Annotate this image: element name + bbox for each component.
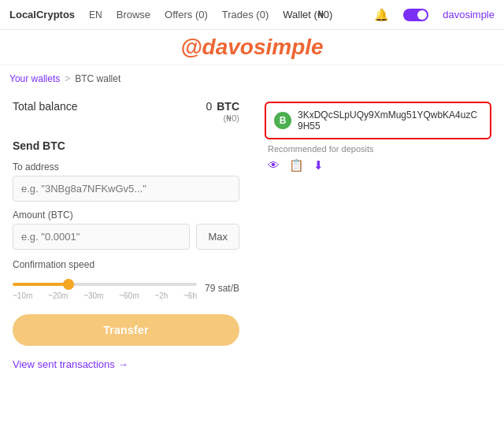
balance-ngn: (₦0) xyxy=(206,113,239,124)
copy-address-icon[interactable]: 📋 xyxy=(289,158,304,172)
balance-currency: BTC xyxy=(217,100,239,113)
address-card: B 3KxDQcSLpUQy9XmMug51YQwbKA4uzC9H55 xyxy=(265,102,491,139)
view-sent-arrow: → xyxy=(118,358,128,370)
download-address-icon[interactable]: ⬇ xyxy=(313,158,324,172)
speed-mark-1: ~10m xyxy=(13,291,32,300)
breadcrumb-parent[interactable]: Your wallets xyxy=(9,73,60,84)
address-value[interactable]: 3KxDQcSLpUQy9XmMug51YQwbKA4uzC9H55 xyxy=(298,109,482,132)
speed-mark-6: ~6h xyxy=(183,291,197,300)
promo-text: @davosimple xyxy=(180,35,323,59)
balance-section: Total balance 0 BTC (₦0) xyxy=(13,100,239,124)
view-sent-link[interactable]: View sent transactions → xyxy=(13,358,239,370)
breadcrumb: Your wallets > BTC wallet xyxy=(0,65,504,89)
nav-brand[interactable]: LocalCryptos xyxy=(9,9,75,20)
amount-input[interactable] xyxy=(13,224,190,250)
nav-trades[interactable]: Trades (0) xyxy=(222,9,269,20)
balance-label: Total balance xyxy=(13,100,78,113)
speed-value: 79 sat/B xyxy=(205,283,239,294)
bell-icon[interactable]: 🔔 xyxy=(374,8,389,22)
amount-label: Amount (BTC) xyxy=(13,210,239,221)
to-address-input[interactable] xyxy=(13,176,239,202)
breadcrumb-current: BTC wallet xyxy=(75,73,120,84)
speed-slider[interactable] xyxy=(13,283,197,286)
nav-offers[interactable]: Offers (0) xyxy=(165,9,208,20)
recommended-label: Recommended for deposits xyxy=(265,144,491,154)
max-button[interactable]: Max xyxy=(196,224,239,250)
transfer-button[interactable]: Transfer xyxy=(13,314,239,346)
promo-banner: @davosimple xyxy=(0,30,504,65)
speed-mark-5: ~2h xyxy=(154,291,168,300)
nav-wallet[interactable]: Wallet (₦0) xyxy=(283,9,332,20)
nav-user[interactable]: davosimple xyxy=(443,9,495,20)
theme-toggle[interactable] xyxy=(403,9,428,21)
btc-icon: B xyxy=(274,112,291,129)
speed-mark-2: ~20m xyxy=(48,291,68,300)
speed-slider-wrap: ~10m ~20m ~30m ~60m ~2h ~6h xyxy=(13,276,197,300)
amount-row: Max xyxy=(13,224,239,250)
breadcrumb-separator: > xyxy=(65,73,70,84)
send-title: Send BTC xyxy=(13,139,239,152)
left-panel: Total balance 0 BTC (₦0) Send BTC To add… xyxy=(0,89,252,380)
balance-amount: 0 xyxy=(206,100,212,113)
address-actions: 👁 📋 ⬇ xyxy=(265,158,491,172)
speed-label: Confirmation speed xyxy=(13,259,239,270)
to-address-label: To address xyxy=(13,161,239,172)
send-section: Send BTC To address Amount (BTC) Max Con… xyxy=(13,139,239,370)
view-address-icon[interactable]: 👁 xyxy=(268,158,280,172)
right-panel: B 3KxDQcSLpUQy9XmMug51YQwbKA4uzC9H55 Rec… xyxy=(252,89,504,380)
speed-mark-4: ~60m xyxy=(119,291,139,300)
speed-row: ~10m ~20m ~30m ~60m ~2h ~6h 79 sat/B xyxy=(13,276,239,300)
view-sent-text: View sent transactions xyxy=(13,358,115,370)
speed-mark-3: ~30m xyxy=(83,291,103,300)
top-nav: LocalCryptos EN Browse Offers (0) Trades… xyxy=(0,0,504,30)
main-content: Total balance 0 BTC (₦0) Send BTC To add… xyxy=(0,89,504,380)
nav-browse[interactable]: Browse xyxy=(117,9,150,20)
speed-marks: ~10m ~20m ~30m ~60m ~2h ~6h xyxy=(13,291,197,300)
nav-language[interactable]: EN xyxy=(89,9,102,20)
